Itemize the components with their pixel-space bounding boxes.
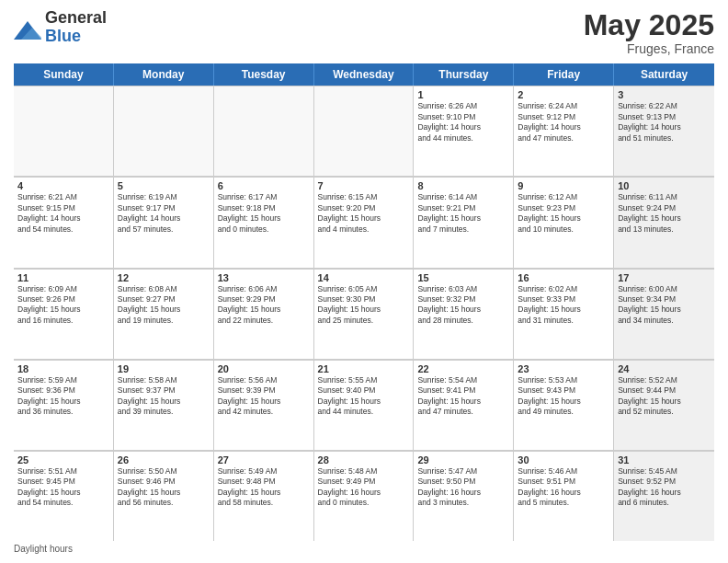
- day-cell-2: 2Sunrise: 6:24 AM Sunset: 9:12 PM Daylig…: [514, 86, 614, 176]
- day-info: Sunrise: 6:06 AM Sunset: 9:29 PM Dayligh…: [218, 284, 310, 327]
- header-day-thursday: Thursday: [414, 63, 514, 86]
- header-day-wednesday: Wednesday: [314, 63, 415, 86]
- day-number: 7: [318, 180, 410, 191]
- day-info: Sunrise: 6:21 AM Sunset: 9:15 PM Dayligh…: [17, 192, 109, 235]
- day-info: Sunrise: 6:02 AM Sunset: 9:33 PM Dayligh…: [518, 284, 609, 327]
- header-day-sunday: Sunday: [14, 63, 114, 86]
- day-cell-9: 9Sunrise: 6:12 AM Sunset: 9:23 PM Daylig…: [514, 177, 614, 267]
- day-cell-1: 1Sunrise: 6:26 AM Sunset: 9:10 PM Daylig…: [414, 86, 514, 176]
- day-cell-31: 31Sunrise: 5:45 AM Sunset: 9:52 PM Dayli…: [614, 451, 714, 541]
- day-info: Sunrise: 6:19 AM Sunset: 9:17 PM Dayligh…: [118, 192, 210, 235]
- day-number: 28: [318, 454, 410, 465]
- day-number: 6: [218, 180, 310, 191]
- empty-cell: [14, 86, 114, 176]
- logo-general: General: [45, 9, 107, 28]
- day-number: 14: [318, 272, 410, 283]
- day-cell-6: 6Sunrise: 6:17 AM Sunset: 9:18 PM Daylig…: [214, 177, 314, 267]
- day-info: Sunrise: 6:12 AM Sunset: 9:23 PM Dayligh…: [518, 192, 609, 235]
- day-number: 29: [417, 454, 509, 465]
- calendar-body: 1Sunrise: 6:26 AM Sunset: 9:10 PM Daylig…: [14, 86, 714, 541]
- day-info: Sunrise: 6:17 AM Sunset: 9:18 PM Dayligh…: [218, 192, 310, 235]
- day-info: Sunrise: 5:58 AM Sunset: 9:37 PM Dayligh…: [118, 375, 210, 418]
- day-cell-7: 7Sunrise: 6:15 AM Sunset: 9:20 PM Daylig…: [314, 177, 415, 267]
- day-number: 23: [518, 363, 609, 374]
- day-cell-11: 11Sunrise: 6:09 AM Sunset: 9:26 PM Dayli…: [14, 269, 114, 359]
- day-cell-3: 3Sunrise: 6:22 AM Sunset: 9:13 PM Daylig…: [614, 86, 714, 176]
- empty-cell: [114, 86, 214, 176]
- day-number: 2: [518, 89, 609, 100]
- day-number: 1: [417, 89, 509, 100]
- header-day-tuesday: Tuesday: [214, 63, 314, 86]
- day-info: Sunrise: 5:53 AM Sunset: 9:43 PM Dayligh…: [518, 375, 609, 418]
- day-number: 3: [618, 89, 711, 100]
- calendar-header: SundayMondayTuesdayWednesdayThursdayFrid…: [14, 63, 714, 86]
- day-cell-16: 16Sunrise: 6:02 AM Sunset: 9:33 PM Dayli…: [514, 269, 614, 359]
- day-info: Sunrise: 5:48 AM Sunset: 9:49 PM Dayligh…: [318, 466, 410, 509]
- day-info: Sunrise: 6:15 AM Sunset: 9:20 PM Dayligh…: [318, 192, 410, 235]
- month-title: May 2025: [584, 9, 714, 41]
- day-number: 4: [17, 180, 109, 191]
- day-number: 30: [518, 454, 609, 465]
- day-number: 22: [417, 363, 509, 374]
- day-cell-23: 23Sunrise: 5:53 AM Sunset: 9:43 PM Dayli…: [514, 360, 614, 450]
- day-number: 31: [618, 454, 711, 465]
- logo: General Blue: [14, 9, 107, 46]
- day-cell-26: 26Sunrise: 5:50 AM Sunset: 9:46 PM Dayli…: [114, 451, 214, 541]
- day-cell-13: 13Sunrise: 6:06 AM Sunset: 9:29 PM Dayli…: [214, 269, 314, 359]
- day-cell-25: 25Sunrise: 5:51 AM Sunset: 9:45 PM Dayli…: [14, 451, 114, 541]
- day-number: 26: [118, 454, 210, 465]
- day-info: Sunrise: 6:11 AM Sunset: 9:24 PM Dayligh…: [618, 192, 711, 235]
- day-number: 19: [118, 363, 210, 374]
- day-cell-27: 27Sunrise: 5:49 AM Sunset: 9:48 PM Dayli…: [214, 451, 314, 541]
- week-row-4: 25Sunrise: 5:51 AM Sunset: 9:45 PM Dayli…: [14, 451, 714, 541]
- day-cell-17: 17Sunrise: 6:00 AM Sunset: 9:34 PM Dayli…: [614, 269, 714, 359]
- day-info: Sunrise: 5:45 AM Sunset: 9:52 PM Dayligh…: [618, 466, 711, 509]
- day-number: 27: [218, 454, 310, 465]
- day-number: 21: [318, 363, 410, 374]
- day-cell-8: 8Sunrise: 6:14 AM Sunset: 9:21 PM Daylig…: [414, 177, 514, 267]
- day-info: Sunrise: 5:46 AM Sunset: 9:51 PM Dayligh…: [518, 466, 609, 509]
- day-cell-14: 14Sunrise: 6:05 AM Sunset: 9:30 PM Dayli…: [314, 269, 415, 359]
- day-cell-22: 22Sunrise: 5:54 AM Sunset: 9:41 PM Dayli…: [414, 360, 514, 450]
- day-number: 24: [618, 363, 711, 374]
- week-row-0: 1Sunrise: 6:26 AM Sunset: 9:10 PM Daylig…: [14, 86, 714, 177]
- day-number: 15: [417, 272, 509, 283]
- day-info: Sunrise: 5:49 AM Sunset: 9:48 PM Dayligh…: [218, 466, 310, 509]
- day-number: 16: [518, 272, 609, 283]
- day-info: Sunrise: 6:08 AM Sunset: 9:27 PM Dayligh…: [118, 284, 210, 327]
- day-info: Sunrise: 5:52 AM Sunset: 9:44 PM Dayligh…: [618, 375, 711, 418]
- header: General Blue May 2025 Fruges, France: [14, 9, 714, 56]
- day-number: 25: [17, 454, 109, 465]
- week-row-1: 4Sunrise: 6:21 AM Sunset: 9:15 PM Daylig…: [14, 177, 714, 268]
- footer-note: Daylight hours: [14, 541, 714, 554]
- day-cell-30: 30Sunrise: 5:46 AM Sunset: 9:51 PM Dayli…: [514, 451, 614, 541]
- empty-cell: [314, 86, 415, 176]
- day-cell-19: 19Sunrise: 5:58 AM Sunset: 9:37 PM Dayli…: [114, 360, 214, 450]
- day-number: 17: [618, 272, 711, 283]
- day-number: 9: [518, 180, 609, 191]
- day-cell-21: 21Sunrise: 5:55 AM Sunset: 9:40 PM Dayli…: [314, 360, 415, 450]
- day-info: Sunrise: 5:59 AM Sunset: 9:36 PM Dayligh…: [17, 375, 109, 418]
- header-day-monday: Monday: [114, 63, 214, 86]
- day-number: 18: [17, 363, 109, 374]
- day-cell-28: 28Sunrise: 5:48 AM Sunset: 9:49 PM Dayli…: [314, 451, 415, 541]
- day-cell-10: 10Sunrise: 6:11 AM Sunset: 9:24 PM Dayli…: [614, 177, 714, 267]
- day-cell-12: 12Sunrise: 6:08 AM Sunset: 9:27 PM Dayli…: [114, 269, 214, 359]
- day-cell-29: 29Sunrise: 5:47 AM Sunset: 9:50 PM Dayli…: [414, 451, 514, 541]
- day-info: Sunrise: 5:54 AM Sunset: 9:41 PM Dayligh…: [417, 375, 509, 418]
- title-area: May 2025 Fruges, France: [584, 9, 714, 56]
- header-day-friday: Friday: [514, 63, 614, 86]
- day-number: 13: [218, 272, 310, 283]
- location: Fruges, France: [584, 41, 714, 56]
- day-info: Sunrise: 5:55 AM Sunset: 9:40 PM Dayligh…: [318, 375, 410, 418]
- logo-text: General Blue: [45, 9, 107, 46]
- day-info: Sunrise: 6:03 AM Sunset: 9:32 PM Dayligh…: [417, 284, 509, 327]
- calendar: SundayMondayTuesdayWednesdayThursdayFrid…: [14, 63, 714, 541]
- day-info: Sunrise: 6:24 AM Sunset: 9:12 PM Dayligh…: [518, 101, 609, 144]
- logo-icon: [14, 14, 41, 41]
- page: General Blue May 2025 Fruges, France Sun…: [0, 0, 728, 563]
- day-cell-24: 24Sunrise: 5:52 AM Sunset: 9:44 PM Dayli…: [614, 360, 714, 450]
- day-info: Sunrise: 6:26 AM Sunset: 9:10 PM Dayligh…: [417, 101, 509, 144]
- day-number: 10: [618, 180, 711, 191]
- week-row-2: 11Sunrise: 6:09 AM Sunset: 9:26 PM Dayli…: [14, 269, 714, 360]
